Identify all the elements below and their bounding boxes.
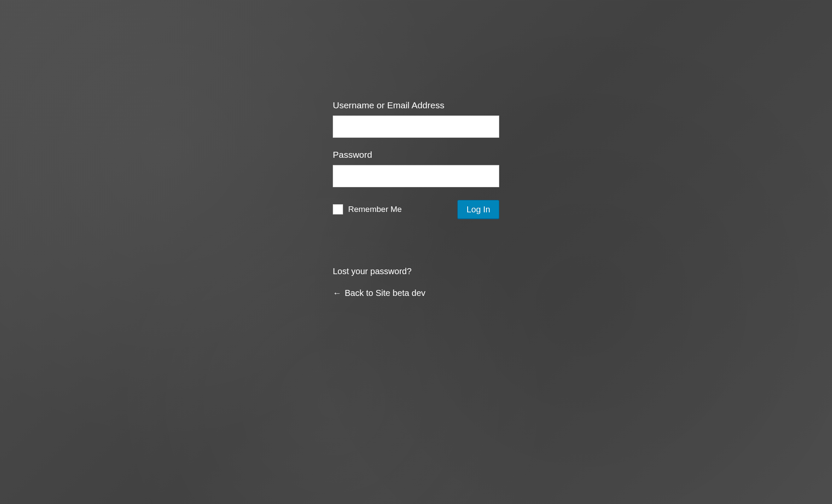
form-footer: Remember Me Log In: [333, 200, 499, 219]
login-button[interactable]: Log In: [457, 200, 499, 219]
back-link-text: Back to Site beta dev: [345, 288, 425, 298]
login-form: Username or Email Address Password Remem…: [333, 100, 499, 310]
password-label: Password: [333, 150, 499, 160]
password-field-group: Password: [333, 150, 499, 187]
footer-links: Lost your password? ← Back to Site beta …: [333, 266, 499, 298]
remember-me-wrap: Remember Me: [333, 204, 402, 214]
lost-password-link[interactable]: Lost your password?: [333, 266, 499, 276]
username-field-group: Username or Email Address: [333, 100, 499, 138]
password-input[interactable]: [333, 165, 499, 187]
arrow-left-icon: ←: [333, 288, 341, 298]
username-label: Username or Email Address: [333, 100, 499, 110]
username-input[interactable]: [333, 116, 499, 138]
remember-me-checkbox[interactable]: [333, 204, 343, 214]
back-to-site-link[interactable]: ← Back to Site beta dev: [333, 288, 499, 298]
remember-me-label[interactable]: Remember Me: [348, 205, 402, 214]
